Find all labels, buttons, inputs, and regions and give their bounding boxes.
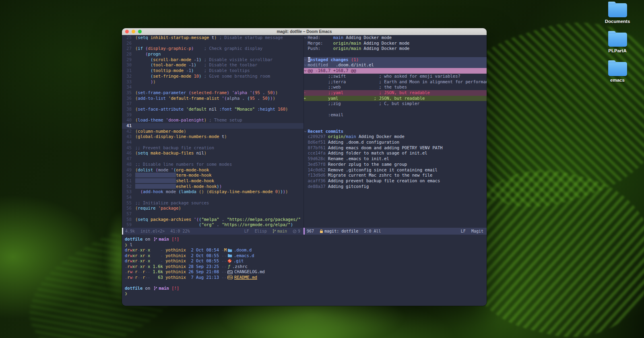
- checker-count: 9: [298, 229, 300, 233]
- file-name[interactable]: .zshrc: [232, 264, 248, 270]
- code-line: 33 )): [122, 79, 303, 85]
- magit-buffer[interactable]: Head: main Adding Docker modeMerge: orig…: [303, 35, 487, 228]
- chevron-down-icon: [304, 68, 308, 74]
- chevron-down-icon: [304, 129, 308, 134]
- code-line: 34: [122, 84, 303, 90]
- magit-section-heading[interactable]: Recent commits: [304, 129, 487, 134]
- code-line: 43(global-display-line-numbers-mode t): [122, 134, 303, 140]
- code-line: 36(add-to-list 'default-frame-alist '(al…: [122, 96, 303, 101]
- file-name[interactable]: .doom.d: [234, 247, 252, 253]
- magit-line[interactable]: 3ed57f8 Reorder zplug to the same group: [304, 162, 487, 167]
- margin: [304, 178, 308, 184]
- cursor-position: 5:0 All: [364, 229, 381, 233]
- margin: [304, 52, 308, 57]
- code-line: 31 (tooltip-mode -1) ; Disable tooltips: [122, 68, 303, 74]
- line-number: 46: [122, 150, 135, 156]
- magit-section-heading[interactable]: Head: main Adding Docker mode: [304, 35, 487, 41]
- margin: [304, 46, 308, 52]
- diff-line[interactable]: - ;;yaml ; JSON, but readable: [304, 90, 487, 96]
- file-list-row: drwxr-xr-x - yothinix 2 Oct 08:54 -M.doo…: [125, 247, 487, 253]
- desktop-icons: DocumentsPLPartAemacs: [598, 3, 637, 82]
- shell-prompt[interactable]: ❯: [125, 291, 487, 297]
- code-buffer[interactable]: 25(setq inhibit-startup-message t) ; Dis…: [122, 35, 303, 228]
- magit-line[interactable]: f13d9d6 Migrate current Mac zshrc to the…: [304, 173, 487, 178]
- magit-section-heading[interactable]: modified .doom.d/init.el: [304, 62, 487, 68]
- magit-line: [304, 123, 487, 129]
- markdown-icon: [227, 270, 233, 274]
- folder-label: Documents: [605, 19, 630, 24]
- magit-line[interactable]: 59d628c Rename .emacs to init.el: [304, 156, 487, 162]
- file-name[interactable]: .git: [233, 258, 244, 264]
- command-line[interactable]: ❯ l: [125, 242, 487, 248]
- code-line: 55;; Initialize package sources: [122, 200, 303, 206]
- magit-section-heading[interactable]: @@ -168,7 +168,7 @@: [304, 68, 487, 74]
- desktop-folder-emacs[interactable]: emacs: [608, 62, 627, 82]
- buffer-size: 4.9k: [125, 229, 135, 233]
- margin: [304, 150, 308, 156]
- margin: [304, 145, 308, 151]
- margin: [304, 101, 308, 107]
- magit-line[interactable]: 8f7bf61 Adding emacs doom and adding POE…: [304, 145, 487, 151]
- magit-section-heading[interactable]: Unstaged changes (1): [304, 57, 487, 63]
- magit-line: :email: [304, 112, 487, 118]
- code-line: 48;; Disable line numbers for some modes: [122, 162, 303, 167]
- eol-indicator: LF: [244, 229, 249, 233]
- folder-icon: [227, 248, 232, 252]
- margin: [304, 167, 308, 173]
- code-line: 37: [122, 101, 303, 107]
- terminal-buffer[interactable]: dotfile on main [!]❯ ldrwxr-xr-x - yothi…: [122, 235, 487, 306]
- magit-line[interactable]: cce14fa Adding folder to match usage of …: [304, 150, 487, 156]
- magit-line: [304, 52, 487, 57]
- line-number: 25: [122, 35, 135, 41]
- magit-line[interactable]: acaff36 Adding prevent backup file creat…: [304, 178, 487, 184]
- code-line: 40(load-theme 'doom-palenight) ; Theme s…: [122, 117, 303, 123]
- svg-text:ƒ: ƒ: [228, 264, 231, 269]
- file-name[interactable]: README.md: [234, 275, 257, 280]
- magit-line[interactable]: Push: origin/main Adding Docker mode: [304, 46, 487, 52]
- file-list-row: .rw-r--r-- 63 yothinix 7 Aug 21:13 --REA…: [125, 275, 487, 280]
- line-number: 27: [122, 46, 135, 52]
- file-list-row: .rwxr-xr-x 1.6k yothinix 28 Sep 23:25 --…: [125, 264, 487, 270]
- window-titlebar[interactable]: magit: dotfile – Doom Emacs: [122, 28, 487, 35]
- function-icon: ƒ: [227, 264, 231, 269]
- line-number: 57: [122, 211, 135, 217]
- emacs-window: magit: dotfile – Doom Emacs 25(setq inhi…: [122, 28, 487, 306]
- magit-line[interactable]: c209297 origin/main Adding Docker mode: [304, 134, 487, 140]
- line-number: 43: [122, 134, 135, 140]
- line-number: 59: [122, 222, 135, 228]
- magit-line[interactable]: Merge: origin/main Adding Docker mode: [304, 41, 487, 46]
- folder-label: emacs: [610, 78, 625, 82]
- file-name[interactable]: .emacs.d: [234, 253, 254, 259]
- git-branch-icon: [272, 229, 276, 233]
- magit-line[interactable]: 8d6ef51 Adding .doom.d configuration: [304, 140, 487, 145]
- code-line: 54: [122, 195, 303, 200]
- magit-line[interactable]: de88a37 Adding gitconfig: [304, 184, 487, 190]
- code-line: 26: [122, 41, 303, 46]
- line-number: 29: [122, 57, 135, 63]
- desktop-folder-documents[interactable]: Documents: [605, 3, 630, 24]
- line-number: 41: [122, 123, 135, 129]
- line-number: 58: [122, 217, 135, 223]
- diff-line[interactable]: + yaml ; JSON, but readable: [304, 96, 487, 101]
- code-line: 51 shell-mode-hook: [122, 178, 303, 184]
- code-line: 50 term-mode-hook: [122, 173, 303, 178]
- margin: [304, 41, 308, 46]
- window-title: magit: dotfile – Doom Emacs: [122, 29, 487, 34]
- code-line: 59 ("org" . "https://orgmode.org/elpa/"): [122, 222, 303, 228]
- line-number: 33: [122, 79, 135, 85]
- folder-icon: [608, 33, 627, 47]
- shell-prompt: dotfile on main [!]: [125, 237, 487, 242]
- git-branch-icon: [154, 286, 157, 291]
- magit-line[interactable]: 14c0d62 Remove .gitconfig since it conta…: [304, 167, 487, 173]
- line-number: 53: [122, 189, 135, 195]
- file-name[interactable]: CHANGELOG.md: [234, 269, 265, 275]
- chevron-down-icon: [304, 62, 308, 68]
- line-number: 47: [122, 156, 135, 162]
- git-branch-icon: [154, 237, 157, 241]
- code-line: 57: [122, 211, 303, 217]
- line-number: 40: [122, 117, 135, 123]
- code-line: 45;; Prevent backup file creation: [122, 145, 303, 151]
- major-mode: Magit: [471, 229, 483, 233]
- desktop-folder-plparta[interactable]: PLPartA: [608, 33, 627, 53]
- code-line: 49(dolist (mode '(org-mode-hook: [122, 167, 303, 173]
